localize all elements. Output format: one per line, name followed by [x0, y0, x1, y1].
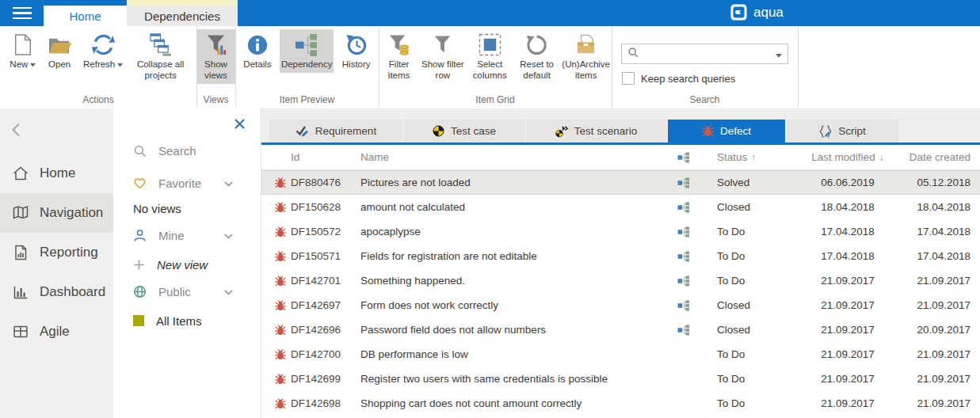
views-section-favorite[interactable]: Favorite: [133, 173, 251, 193]
dependency-icon: [669, 300, 713, 311]
table-row[interactable]: DF142701 Something happened. To Do 21.09…: [261, 268, 980, 293]
defect-name: Register two users with same credentials…: [360, 373, 669, 385]
defect-id: DF142700: [291, 348, 360, 360]
tab-requirement[interactable]: Requirement: [269, 120, 402, 142]
chevron-down-icon[interactable]: [224, 228, 233, 242]
defect-date-created: 17.04.2018: [895, 226, 980, 238]
search-icon: [627, 47, 639, 61]
views-section-label: Favorite: [158, 177, 201, 190]
select-columns-icon: [479, 32, 501, 58]
column-header-last-modified[interactable]: Last modified↓: [800, 151, 895, 163]
tab-test-scenario[interactable]: Test scenario: [526, 120, 666, 142]
ribbon-group-actions: New Open Refresh: [0, 26, 197, 108]
sidebar-item-navigation[interactable]: Navigation: [0, 193, 113, 233]
table-row[interactable]: DF142698 Shopping cart does not count am…: [261, 391, 980, 416]
filter-icon: [431, 32, 454, 58]
defect-status: Closed: [713, 299, 800, 311]
ribbon-group-views: Show views Views: [196, 26, 236, 108]
sidebar-item-reporting[interactable]: Reporting: [0, 233, 113, 272]
show-filter-row-button[interactable]: Show filter row: [419, 29, 466, 84]
table-row[interactable]: DF150571 Fields for registration are not…: [261, 244, 980, 268]
ribbon-tab-home-label: Home: [69, 10, 101, 23]
views-section-mine[interactable]: Mine: [133, 225, 251, 245]
group-label-actions: Actions: [0, 94, 196, 105]
sidebar-item-label: Agile: [40, 324, 70, 340]
keep-search-queries-label: Keep search queries: [641, 73, 735, 85]
info-icon: [246, 32, 269, 58]
dropdown-caret-icon[interactable]: [776, 47, 782, 61]
table-row[interactable]: DF150572 apocaplypse To Do 17.04.2018 17…: [261, 219, 980, 244]
defect-status: Closed: [713, 324, 800, 336]
tab-label: Test scenario: [574, 125, 638, 137]
defect-status: To Do: [713, 373, 800, 385]
close-icon[interactable]: [235, 118, 245, 132]
reset-to-default-button[interactable]: Reset to default: [513, 29, 560, 84]
sidebar-item-agile[interactable]: Agile: [0, 312, 113, 352]
table-row[interactable]: DF142700 DB performance is low To Do 21.…: [261, 342, 980, 367]
new-button[interactable]: New: [8, 29, 37, 73]
chevron-left-icon[interactable]: [11, 123, 21, 140]
tab-test-case[interactable]: Test case: [404, 120, 524, 142]
collapse-all-projects-button[interactable]: Collapse all projects: [133, 29, 189, 84]
tab-script[interactable]: Script: [787, 120, 898, 142]
requirement-icon: [296, 125, 309, 137]
table-row[interactable]: DF150628 amount not calculated Closed 18…: [261, 195, 980, 219]
sidebar-item-label: Home: [40, 165, 75, 181]
search-input[interactable]: [643, 48, 771, 61]
defect-date-created: 05.12.2018: [895, 177, 980, 188]
defect-name: Something happened.: [360, 275, 669, 287]
views-search[interactable]: Search: [133, 140, 251, 161]
script-icon: [819, 125, 832, 138]
dependency-button[interactable]: Dependency: [280, 29, 334, 73]
column-header-date-created[interactable]: Date created: [895, 151, 980, 163]
column-header-status[interactable]: Status↑: [713, 151, 800, 163]
new-view-button[interactable]: New view: [133, 254, 251, 275]
table-row[interactable]: DF880476 Pictures are not loaded Solved …: [261, 170, 980, 195]
ribbon-group-item-grid: Filter items Show filter row Select colu…: [379, 26, 612, 108]
table-row[interactable]: DF142696 Password field does not allow n…: [261, 317, 980, 342]
bug-icon: [702, 125, 714, 137]
defect-date-created: 20.09.2017: [895, 324, 980, 336]
refresh-button[interactable]: Refresh: [82, 29, 124, 73]
column-header-dependency[interactable]: [669, 152, 713, 163]
test-case-icon: [433, 125, 444, 137]
select-columns-button[interactable]: Select columns: [467, 29, 513, 84]
open-button[interactable]: Open: [46, 29, 74, 73]
history-button[interactable]: History: [341, 29, 372, 73]
sidebar-item-dashboard[interactable]: Dashboard: [0, 272, 113, 312]
tab-defect[interactable]: Defect: [668, 120, 785, 142]
ribbon-tab-dependencies[interactable]: Dependencies: [127, 0, 238, 26]
dependency-icon: [669, 177, 713, 188]
grid-rows: DF880476 Pictures are not loaded Solved …: [261, 170, 980, 418]
keep-search-queries-checkbox[interactable]: [622, 72, 635, 85]
contextual-tab-stripe: [127, 0, 238, 6]
column-header-id[interactable]: Id: [291, 151, 360, 163]
hamburger-menu-icon[interactable]: [0, 0, 44, 26]
ribbon-tab-home[interactable]: Home: [44, 6, 127, 26]
defect-last-modified: 17.04.2018: [800, 226, 895, 238]
column-header-name[interactable]: Name: [360, 151, 669, 163]
sidebar-item-home[interactable]: Home: [0, 154, 113, 193]
unarchive-items-button[interactable]: (Un)Archive items: [560, 29, 612, 84]
filter-items-button[interactable]: Filter items: [379, 29, 419, 84]
defect-status: To Do: [713, 348, 800, 360]
defect-last-modified: 21.09.2017: [800, 324, 895, 336]
bug-icon: [270, 251, 291, 262]
bug-icon: [270, 398, 291, 409]
defect-name: Password field does not allow numbers: [360, 324, 669, 336]
search-icon: [133, 144, 147, 158]
show-views-button[interactable]: Show views: [196, 29, 235, 84]
dependency-icon: [677, 152, 691, 163]
details-button[interactable]: Details: [242, 29, 273, 73]
views-section-public[interactable]: Public: [133, 281, 251, 302]
defect-status: To Do: [713, 250, 800, 262]
views-empty-text: No views: [133, 198, 251, 218]
chevron-down-icon[interactable]: [224, 176, 233, 190]
report-document-icon: [12, 244, 29, 261]
tab-label: Defect: [720, 125, 751, 137]
table-row[interactable]: DF142699 Register two users with same cr…: [261, 367, 980, 391]
view-item-all-items[interactable]: All Items: [133, 310, 251, 331]
table-row[interactable]: DF142697 Form does not work correctly Cl…: [261, 293, 980, 317]
chevron-down-icon[interactable]: [224, 284, 233, 298]
search-combobox[interactable]: [621, 44, 788, 64]
